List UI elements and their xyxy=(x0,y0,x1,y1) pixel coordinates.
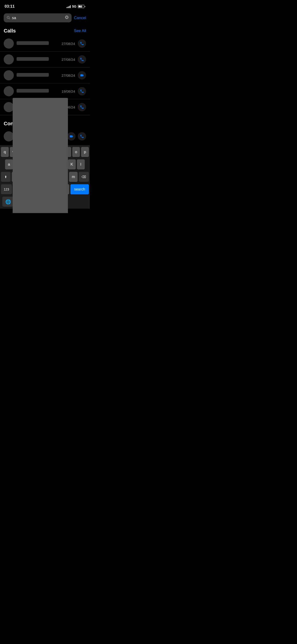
contact-action-buttons xyxy=(67,132,86,140)
key-q[interactable]: q xyxy=(1,147,9,157)
globe-key[interactable]: 🌐 xyxy=(2,197,14,207)
status-bar: 03:11 5G 73 xyxy=(0,0,90,12)
call-phone-button[interactable] xyxy=(78,87,86,95)
avatar xyxy=(4,86,14,96)
key-a[interactable]: a xyxy=(5,160,13,170)
redacted-names-overlay xyxy=(13,98,68,213)
battery-indicator: 73 xyxy=(78,5,85,8)
battery-level: 73 xyxy=(78,5,84,7)
search-input[interactable]: sa xyxy=(12,16,63,20)
call-phone-button[interactable] xyxy=(78,55,86,64)
backspace-key[interactable]: ⌫ xyxy=(79,172,89,182)
avatar xyxy=(4,70,14,80)
key-k[interactable]: K xyxy=(68,160,76,170)
contact-phone-button[interactable] xyxy=(78,132,86,140)
call-info xyxy=(16,73,59,78)
call-row: 27/08/24 xyxy=(0,68,90,84)
search-icon xyxy=(6,16,10,20)
key-m[interactable]: m xyxy=(69,172,78,182)
cancel-button[interactable]: Cancel xyxy=(74,16,86,20)
svg-line-1 xyxy=(9,18,10,19)
call-date: 27/08/24 xyxy=(62,42,75,46)
shift-key[interactable]: ⬆ xyxy=(1,172,10,182)
status-icons: 5G 73 xyxy=(66,4,85,8)
avatar xyxy=(4,131,14,142)
calls-section-title: Calls xyxy=(4,28,16,34)
call-row: 19/08/24 xyxy=(0,84,90,99)
call-phone-button[interactable] xyxy=(78,103,86,111)
search-bar[interactable]: sa xyxy=(4,13,72,22)
call-video-button[interactable] xyxy=(78,71,86,80)
contact-video-button[interactable] xyxy=(67,132,76,140)
status-time: 03:11 xyxy=(4,4,14,9)
call-phone-button[interactable] xyxy=(78,40,86,48)
call-info xyxy=(16,89,59,94)
call-info xyxy=(16,57,59,62)
call-row: 27/08/24 xyxy=(0,52,90,68)
call-info xyxy=(16,41,59,46)
call-date: 19/08/24 xyxy=(62,89,75,93)
avatar xyxy=(4,102,14,112)
search-bar-container: sa Cancel xyxy=(0,12,90,24)
clear-search-button[interactable] xyxy=(65,15,69,20)
signal-bars-icon xyxy=(66,5,71,8)
network-type-label: 5G xyxy=(72,4,76,8)
calls-section-header: Calls See All xyxy=(0,24,90,36)
key-l[interactable]: l xyxy=(77,160,85,170)
avatar xyxy=(4,54,14,64)
key-o[interactable]: o xyxy=(72,147,80,157)
key-p[interactable]: p xyxy=(81,147,89,157)
call-date: 27/08/24 xyxy=(62,58,75,62)
avatar xyxy=(4,38,14,48)
numbers-key[interactable]: 123 xyxy=(1,184,12,194)
search-key[interactable]: search xyxy=(70,184,89,194)
call-row: 27/08/24 xyxy=(0,36,90,52)
calls-see-all-button[interactable]: See All xyxy=(74,28,86,33)
call-date: 27/08/24 xyxy=(62,74,75,78)
calls-list: 27/08/24 27/08/24 27/08/24 19/08/24 xyxy=(0,36,90,115)
